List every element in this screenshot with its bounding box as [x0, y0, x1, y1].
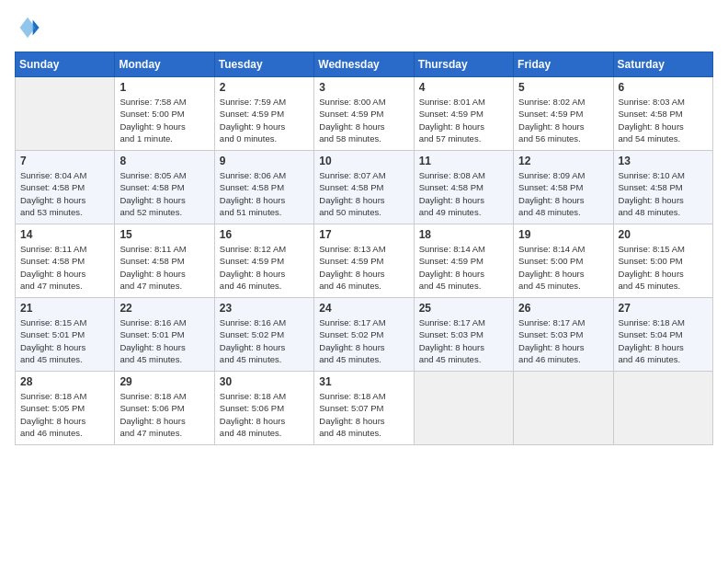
- calendar-cell: 9Sunrise: 8:06 AMSunset: 4:58 PMDaylight…: [214, 151, 313, 224]
- day-info: Sunrise: 8:07 AMSunset: 4:58 PMDaylight:…: [319, 169, 408, 218]
- day-info: Sunrise: 8:15 AMSunset: 5:01 PMDaylight:…: [20, 316, 109, 365]
- day-number: 14: [20, 228, 109, 241]
- day-info: Sunrise: 8:18 AMSunset: 5:04 PMDaylight:…: [619, 316, 708, 365]
- calendar-cell: 21Sunrise: 8:15 AMSunset: 5:01 PMDayligh…: [16, 298, 115, 372]
- calendar-cell: 4Sunrise: 8:01 AMSunset: 4:59 PMDaylight…: [414, 77, 513, 151]
- logo-icon: [15, 15, 40, 40]
- calendar-cell: 13Sunrise: 8:10 AMSunset: 4:58 PMDayligh…: [613, 151, 712, 224]
- day-number: 20: [619, 228, 708, 241]
- calendar-cell: 3Sunrise: 8:00 AMSunset: 4:59 PMDaylight…: [314, 77, 414, 151]
- day-info: Sunrise: 8:05 AMSunset: 4:58 PMDaylight:…: [119, 169, 209, 218]
- day-info: Sunrise: 7:59 AMSunset: 4:59 PMDaylight:…: [220, 96, 309, 144]
- day-info: Sunrise: 8:08 AMSunset: 4:58 PMDaylight:…: [419, 169, 508, 218]
- week-row-4: 21Sunrise: 8:15 AMSunset: 5:01 PMDayligh…: [16, 298, 713, 372]
- calendar-header-row: SundayMondayTuesdayWednesdayThursdayFrid…: [16, 52, 713, 77]
- day-info: Sunrise: 8:16 AMSunset: 5:02 PMDaylight:…: [220, 316, 309, 365]
- day-info: Sunrise: 8:18 AMSunset: 5:06 PMDaylight:…: [220, 390, 309, 439]
- calendar-cell: 7Sunrise: 8:04 AMSunset: 4:58 PMDaylight…: [16, 151, 115, 224]
- calendar-cell: 1Sunrise: 7:58 AMSunset: 5:00 PMDaylight…: [115, 77, 214, 151]
- day-info: Sunrise: 8:01 AMSunset: 4:59 PMDaylight:…: [419, 96, 508, 144]
- week-row-5: 28Sunrise: 8:18 AMSunset: 5:05 PMDayligh…: [16, 372, 713, 445]
- logo: [15, 15, 44, 40]
- day-number: 10: [319, 155, 408, 167]
- calendar-cell: 16Sunrise: 8:12 AMSunset: 4:59 PMDayligh…: [214, 224, 313, 298]
- day-info: Sunrise: 8:15 AMSunset: 5:00 PMDaylight:…: [619, 243, 708, 292]
- calendar-cell: 2Sunrise: 7:59 AMSunset: 4:59 PMDaylight…: [214, 77, 313, 151]
- calendar-cell: 5Sunrise: 8:02 AMSunset: 4:59 PMDaylight…: [514, 77, 613, 151]
- day-number: 30: [220, 375, 309, 388]
- calendar-cell: 30Sunrise: 8:18 AMSunset: 5:06 PMDayligh…: [214, 372, 313, 445]
- week-row-3: 14Sunrise: 8:11 AMSunset: 4:58 PMDayligh…: [16, 224, 713, 298]
- day-number: 22: [119, 302, 209, 315]
- day-number: 13: [619, 155, 708, 167]
- day-number: 27: [619, 302, 708, 315]
- day-info: Sunrise: 8:06 AMSunset: 4:58 PMDaylight:…: [220, 169, 309, 218]
- calendar-cell: 12Sunrise: 8:09 AMSunset: 4:58 PMDayligh…: [514, 151, 613, 224]
- day-number: 4: [419, 81, 508, 94]
- day-info: Sunrise: 8:10 AMSunset: 4:58 PMDaylight:…: [619, 169, 708, 218]
- day-number: 19: [518, 228, 608, 241]
- day-number: 21: [20, 302, 109, 315]
- day-number: 5: [518, 81, 608, 94]
- day-info: Sunrise: 7:58 AMSunset: 5:00 PMDaylight:…: [119, 96, 209, 144]
- day-header-monday: Monday: [115, 52, 214, 77]
- day-number: 25: [419, 302, 508, 315]
- day-info: Sunrise: 8:11 AMSunset: 4:58 PMDaylight:…: [20, 243, 109, 292]
- day-header-sunday: Sunday: [16, 52, 115, 77]
- calendar-cell: 29Sunrise: 8:18 AMSunset: 5:06 PMDayligh…: [115, 372, 214, 445]
- day-info: Sunrise: 8:18 AMSunset: 5:07 PMDaylight:…: [319, 390, 408, 439]
- day-header-saturday: Saturday: [613, 52, 712, 77]
- day-number: 12: [518, 155, 608, 167]
- day-info: Sunrise: 8:02 AMSunset: 4:59 PMDaylight:…: [518, 96, 608, 144]
- day-info: Sunrise: 8:04 AMSunset: 4:58 PMDaylight:…: [20, 169, 109, 218]
- calendar-cell: 27Sunrise: 8:18 AMSunset: 5:04 PMDayligh…: [613, 298, 712, 372]
- day-info: Sunrise: 8:17 AMSunset: 5:02 PMDaylight:…: [319, 316, 408, 365]
- day-number: 26: [518, 302, 608, 315]
- day-info: Sunrise: 8:09 AMSunset: 4:58 PMDaylight:…: [518, 169, 608, 218]
- calendar-cell: 10Sunrise: 8:07 AMSunset: 4:58 PMDayligh…: [314, 151, 414, 224]
- day-number: 9: [220, 155, 309, 167]
- day-info: Sunrise: 8:17 AMSunset: 5:03 PMDaylight:…: [518, 316, 608, 365]
- day-number: 15: [119, 228, 209, 241]
- day-info: Sunrise: 8:17 AMSunset: 5:03 PMDaylight:…: [419, 316, 508, 365]
- day-number: 16: [220, 228, 309, 241]
- day-number: 3: [319, 81, 408, 94]
- day-number: 11: [419, 155, 508, 167]
- calendar-cell: 11Sunrise: 8:08 AMSunset: 4:58 PMDayligh…: [414, 151, 513, 224]
- day-number: 8: [119, 155, 209, 167]
- calendar-cell: 20Sunrise: 8:15 AMSunset: 5:00 PMDayligh…: [613, 224, 712, 298]
- day-info: Sunrise: 8:03 AMSunset: 4:58 PMDaylight:…: [619, 96, 708, 144]
- calendar-cell: 14Sunrise: 8:11 AMSunset: 4:58 PMDayligh…: [16, 224, 115, 298]
- calendar-cell: 25Sunrise: 8:17 AMSunset: 5:03 PMDayligh…: [414, 298, 513, 372]
- day-info: Sunrise: 8:11 AMSunset: 4:58 PMDaylight:…: [119, 243, 209, 292]
- calendar-cell: [414, 372, 513, 445]
- day-info: Sunrise: 8:14 AMSunset: 4:59 PMDaylight:…: [419, 243, 508, 292]
- calendar-cell: 18Sunrise: 8:14 AMSunset: 4:59 PMDayligh…: [414, 224, 513, 298]
- day-number: 28: [20, 375, 109, 388]
- calendar-table: SundayMondayTuesdayWednesdayThursdayFrid…: [15, 52, 713, 445]
- calendar-cell: 6Sunrise: 8:03 AMSunset: 4:58 PMDaylight…: [613, 77, 712, 151]
- day-number: 6: [619, 81, 708, 94]
- calendar-cell: 31Sunrise: 8:18 AMSunset: 5:07 PMDayligh…: [314, 372, 414, 445]
- day-header-thursday: Thursday: [414, 52, 513, 77]
- day-info: Sunrise: 8:14 AMSunset: 5:00 PMDaylight:…: [518, 243, 608, 292]
- week-row-1: 1Sunrise: 7:58 AMSunset: 5:00 PMDaylight…: [16, 77, 713, 151]
- day-number: 1: [119, 81, 209, 94]
- calendar-cell: 28Sunrise: 8:18 AMSunset: 5:05 PMDayligh…: [16, 372, 115, 445]
- calendar-cell: 24Sunrise: 8:17 AMSunset: 5:02 PMDayligh…: [314, 298, 414, 372]
- day-info: Sunrise: 8:13 AMSunset: 4:59 PMDaylight:…: [319, 243, 408, 292]
- calendar-cell: 17Sunrise: 8:13 AMSunset: 4:59 PMDayligh…: [314, 224, 414, 298]
- calendar-cell: [16, 77, 115, 151]
- day-header-wednesday: Wednesday: [314, 52, 414, 77]
- day-header-friday: Friday: [514, 52, 613, 77]
- calendar-cell: [613, 372, 712, 445]
- day-info: Sunrise: 8:18 AMSunset: 5:06 PMDaylight:…: [119, 390, 209, 439]
- day-info: Sunrise: 8:16 AMSunset: 5:01 PMDaylight:…: [119, 316, 209, 365]
- day-header-tuesday: Tuesday: [214, 52, 313, 77]
- day-number: 18: [419, 228, 508, 241]
- day-number: 24: [319, 302, 408, 315]
- day-info: Sunrise: 8:18 AMSunset: 5:05 PMDaylight:…: [20, 390, 109, 439]
- day-number: 17: [319, 228, 408, 241]
- calendar-cell: 26Sunrise: 8:17 AMSunset: 5:03 PMDayligh…: [514, 298, 613, 372]
- calendar-cell: 8Sunrise: 8:05 AMSunset: 4:58 PMDaylight…: [115, 151, 214, 224]
